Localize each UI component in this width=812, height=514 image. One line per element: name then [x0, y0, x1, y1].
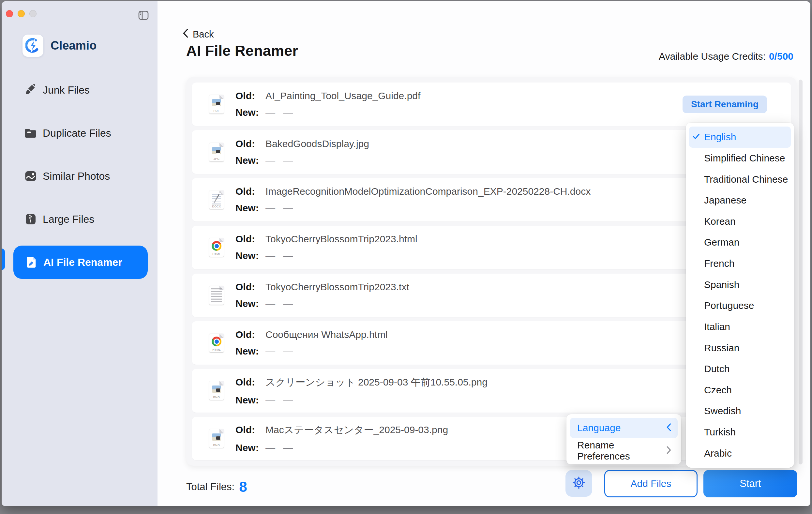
new-label: New:: [235, 298, 260, 309]
menu-item-rename-preferences[interactable]: Rename Preferences: [570, 440, 678, 461]
language-option-swedish[interactable]: Swedish: [689, 400, 791, 422]
old-name-line: Old:ImageRecognitionModelOptimizationCom…: [235, 186, 590, 197]
traffic-lights: [6, 10, 36, 17]
sidebar-toggle-icon: [138, 10, 149, 22]
language-option-spanish[interactable]: Spanish: [689, 274, 791, 295]
language-option-label: Italian: [704, 321, 730, 332]
file-thumbnail: [212, 147, 221, 154]
old-label: Old:: [235, 186, 260, 197]
sidebar-item-large-files[interactable]: Large Files: [2, 198, 157, 241]
file-thumbnail: [212, 385, 221, 393]
old-name-line: Old:AI_Painting_Tool_Usage_Guide.pdf: [235, 90, 420, 102]
old-name-line: Old:TokyoCherryBlossomTrip2023.html: [235, 233, 417, 245]
brand: Cleamio: [23, 35, 96, 57]
sidebar-item-junk-files[interactable]: Junk Files: [2, 68, 157, 112]
language-option-japanese[interactable]: Japanese: [689, 190, 791, 211]
file-extension-label: HTML: [209, 348, 224, 351]
add-files-button[interactable]: Add Files: [604, 470, 698, 497]
minimize-button[interactable]: [18, 10, 25, 17]
sidebar-item-label: Similar Photos: [43, 170, 110, 182]
old-filename: TokyoCherryBlossomTrip2023.txt: [265, 282, 409, 292]
new-label: New:: [235, 107, 260, 118]
old-filename: スクリーンショット 2025-09-03 午前10.55.05.png: [265, 376, 488, 389]
old-name-line: Old:Сообщения WhatsApp.html: [235, 329, 388, 340]
settings-button[interactable]: [566, 470, 592, 497]
settings-context-menu: Language Rename Preferences: [567, 414, 681, 464]
file-thumbnail: [212, 99, 221, 106]
zoom-button[interactable]: [29, 10, 36, 17]
page-fold: [220, 143, 224, 147]
language-option-label: Russian: [704, 342, 739, 353]
language-option-label: Portuguese: [704, 300, 754, 311]
file-thumbnail: [212, 433, 221, 440]
brush-icon: [24, 83, 37, 97]
new-name-line: New:— —: [235, 250, 417, 261]
new-label: New:: [235, 203, 260, 213]
old-label: Old:: [235, 282, 260, 292]
start-button[interactable]: Start: [703, 470, 797, 497]
credits-value: 0/500: [769, 51, 793, 62]
new-name-line: New:— —: [235, 298, 409, 309]
page-fold: [220, 381, 224, 385]
file-type-icon-docx: DOCX: [209, 191, 224, 209]
page-fold: [220, 95, 224, 99]
page-title: AI File Renamer: [186, 42, 298, 59]
new-label: New:: [235, 155, 260, 166]
folder-icon: [24, 126, 37, 140]
page-fold: [220, 238, 224, 242]
old-filename: TokyoCherryBlossomTrip2023.html: [265, 233, 417, 245]
language-option-portuguese[interactable]: Portuguese: [689, 295, 791, 316]
total-files: Total Files:8: [186, 479, 247, 495]
old-name-line: Old:BakedGoodsDisplay.jpg: [235, 138, 369, 149]
language-option-label: Dutch: [704, 363, 729, 374]
file-type-icon-html: HTML: [209, 334, 224, 352]
language-option-czech[interactable]: Czech: [689, 380, 791, 401]
old-label: Old:: [235, 90, 260, 102]
close-button[interactable]: [6, 10, 13, 17]
sidebar-item-ai-file-renamer[interactable]: AI File Renamer: [13, 246, 148, 279]
language-option-korean[interactable]: Korean: [689, 211, 791, 232]
sidebar: Cleamio Junk Files Duplicate Files: [2, 1, 158, 506]
archive-icon: [24, 212, 37, 226]
language-option-traditional-chinese[interactable]: Traditional Chinese: [689, 169, 791, 190]
usage-credits: Available Usage Credits:0/500: [659, 51, 793, 62]
active-item-indicator: [2, 249, 5, 270]
app-logo: [23, 35, 44, 57]
file-extension-label: PNG: [209, 396, 224, 399]
page-fold: [220, 334, 224, 338]
page-fold: [220, 429, 224, 433]
language-option-label: Czech: [704, 384, 732, 396]
new-name-line: New:— —: [235, 346, 388, 357]
language-option-simplified-chinese[interactable]: Simplified Chinese: [689, 148, 791, 169]
start-renaming-button[interactable]: Start Renaming: [683, 95, 767, 113]
language-option-italian[interactable]: Italian: [689, 316, 791, 338]
language-option-label: Traditional Chinese: [704, 174, 788, 185]
language-option-arabic[interactable]: Arabic: [689, 442, 791, 464]
new-name-placeholder: — —: [265, 155, 295, 166]
file-extension-label: JPG: [209, 157, 224, 161]
old-name-line: Old:TokyoCherryBlossomTrip2023.txt: [235, 282, 409, 292]
menu-item-language[interactable]: Language: [570, 418, 678, 438]
scrollbar-track[interactable]: [799, 80, 803, 464]
new-name-placeholder: — —: [265, 250, 295, 261]
app-name: Cleamio: [51, 39, 96, 53]
language-option-dutch[interactable]: Dutch: [689, 359, 791, 380]
old-label: Old:: [235, 329, 260, 340]
language-option-label: Swedish: [704, 405, 741, 417]
sidebar-item-duplicate-files[interactable]: Duplicate Files: [2, 112, 157, 154]
language-option-german[interactable]: German: [689, 232, 791, 253]
new-label: New:: [235, 346, 260, 357]
language-option-french[interactable]: French: [689, 253, 791, 274]
language-option-russian[interactable]: Russian: [689, 337, 791, 359]
file-extension-label: DOCX: [209, 205, 224, 208]
chrome-logo-icon: [212, 337, 222, 346]
sidebar-item-similar-photos[interactable]: Similar Photos: [2, 154, 157, 198]
language-option-english[interactable]: English: [689, 126, 791, 148]
sidebar-toggle-button[interactable]: [138, 10, 149, 22]
old-label: Old:: [235, 377, 260, 388]
new-name-placeholder: — —: [265, 346, 295, 357]
back-button[interactable]: Back: [183, 29, 213, 40]
language-option-turkish[interactable]: Turkish: [689, 422, 791, 443]
new-name-placeholder: — —: [265, 395, 295, 406]
file-type-icon-txt: [209, 286, 224, 305]
